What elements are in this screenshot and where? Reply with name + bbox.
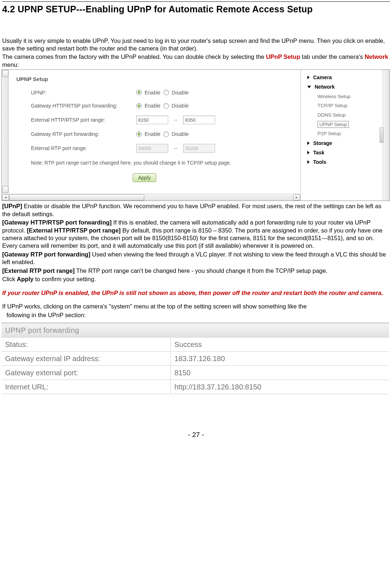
section-title: 4.2 UPNP SETUP---Enabling UPnP for Autom… [2, 3, 390, 15]
input-ext-rtp-to [183, 144, 215, 153]
tag-extrtp: [External RTP port range] [2, 267, 75, 274]
radio-gwrtp-disable[interactable] [163, 132, 169, 137]
radio-label-disable: Disable [172, 89, 189, 96]
upnp-setup-panel: UPNP Setup UPNP: Enable Disable Gateway … [2, 70, 301, 201]
page-number: - 27 - [2, 431, 390, 440]
tag-exthttp: [External HTTP/RTSP port range] [27, 227, 121, 234]
restart-warning: If your router UPnP is enabled, the UPnP… [2, 289, 390, 297]
status-label: Gateway external IP address: [1, 352, 171, 365]
input-ext-rtp-from [136, 144, 168, 153]
chevron-right-icon [307, 151, 310, 154]
label-gw-http: Gateway HTTP/RTSP port forwarding: [31, 102, 136, 109]
row-ext-rtp: External RTP port range: -- [31, 144, 276, 153]
status-label: Internet URL: [1, 380, 171, 394]
upnp-works-1: If UPnP works, clicking on the camera's … [2, 303, 390, 310]
nav-task-label: Task [313, 149, 324, 156]
upnp-setup-ref: UPnP Setup [266, 53, 300, 60]
intro-p2: The camera comes from the factory with t… [2, 53, 390, 69]
range-sep: -- [174, 117, 177, 123]
intro-p2b: tab under the camera's [300, 53, 364, 60]
status-value: 183.37.126.180 [171, 352, 389, 365]
input-ext-http-to[interactable] [183, 116, 215, 124]
nav-tools[interactable]: Tools [307, 157, 390, 167]
horizontal-scrollbar[interactable]: ◂ ▸ [2, 194, 300, 201]
status-value: 8150 [171, 366, 389, 380]
vertical-scrollbar[interactable] [2, 70, 9, 193]
intro-p2c: menu: [2, 61, 19, 68]
label-upnp: UPNP: [31, 89, 136, 96]
label-gw-rtp: Gateway RTP port forwarding: [31, 131, 136, 137]
intro-block: Usually it is very simple to enable UPnP… [2, 37, 390, 69]
scroll-right-button[interactable]: ▸ [293, 194, 300, 201]
input-ext-http-from[interactable] [136, 116, 168, 124]
nav-wireless[interactable]: Wireless Setup [318, 92, 390, 101]
radio-label-enable3: Enable [145, 131, 161, 137]
upnp-setup-screenshot: UPNP Setup UPNP: Enable Disable Gateway … [1, 69, 390, 201]
nav-upnp[interactable]: UPNP Setup [318, 121, 349, 128]
radio-upnp-disable[interactable] [163, 90, 169, 95]
row-upnp: UPNP: Enable Disable [31, 89, 276, 96]
nav-network[interactable]: Network [307, 82, 390, 92]
chevron-right-icon [307, 76, 310, 79]
label-ext-rtp: External RTP port range: [31, 145, 136, 151]
status-value: http://183.37.126.180:8150 [171, 380, 389, 394]
status-label: Status: [1, 337, 171, 351]
radio-label-disable2: Disable [172, 102, 189, 109]
radio-upnp-enable[interactable] [136, 90, 142, 95]
radio-label-enable2: Enable [145, 102, 161, 109]
row-gw-rtp: Gateway RTP port forwarding: Enable Disa… [31, 131, 276, 137]
apply-instr-c: to confirm your setting. [33, 276, 96, 282]
nav-camera[interactable]: Camera [307, 73, 390, 82]
radio-gwhttp-disable[interactable] [163, 103, 169, 109]
status-label: Gateway external port: [1, 366, 171, 380]
chevron-right-icon [307, 160, 310, 164]
network-menu-ref: Network [365, 53, 388, 60]
radio-label-enable: Enable [145, 89, 161, 96]
radio-gwhttp-enable[interactable] [136, 103, 142, 109]
nav-task[interactable]: Task [307, 148, 390, 157]
apply-instr-b: Apply [17, 276, 33, 282]
nav-network-label: Network [315, 84, 335, 90]
scroll-down-button[interactable] [2, 186, 8, 193]
chevron-down-icon [307, 86, 311, 88]
status-row: Internet URL: http://183.37.126.180:8150 [1, 380, 389, 394]
nav-ddns[interactable]: DDNS Setup [318, 110, 390, 120]
intro-p1: Usually it is very simple to enable UPnP… [2, 37, 390, 53]
nav-p2p[interactable]: P2P Setup [318, 129, 390, 138]
nav-storage-label: Storage [313, 140, 332, 146]
row-ext-http: External HTTP/RTSP port range: -- [31, 116, 276, 124]
apply-instr-a: Click [2, 276, 17, 282]
apply-button[interactable]: Apply [133, 173, 156, 182]
tag-gwrtp: [Gateway RTP port forwarding] [2, 251, 90, 258]
scroll-up-button[interactable] [2, 70, 8, 77]
row-gw-http: Gateway HTTP/RTSP port forwarding: Enabl… [31, 102, 276, 109]
nav-tools-label: Tools [313, 159, 326, 165]
explanations: [UPnP] Enable or disable the UPnP functi… [2, 202, 390, 319]
scroll-left-button[interactable]: ◂ [2, 194, 9, 201]
status-row: Status: Success [1, 337, 389, 352]
rtp-note: Note: RTP port range can't be changed he… [31, 159, 263, 167]
radio-gwrtp-enable[interactable] [136, 132, 142, 137]
status-value: Success [171, 337, 389, 351]
tag-gwhttp: [Gateway HTTP/RTSP port forwarding] [2, 219, 112, 226]
panel-title: UPNP Setup [16, 76, 276, 83]
label-ext-http: External HTTP/RTSP port range: [31, 117, 136, 123]
intro-p2a: The camera comes from the factory with t… [2, 53, 266, 60]
range-sep2: -- [174, 145, 177, 151]
upnp-status-table: UPNP port forwarding Status: Success Gat… [1, 323, 389, 394]
status-row: Gateway external IP address: 183.37.126.… [1, 352, 389, 366]
nav-storage[interactable]: Storage [307, 138, 390, 148]
status-table-header: UPNP port forwarding [1, 323, 389, 337]
chevron-right-icon [307, 141, 310, 145]
tag-upnp: [UPnP] [2, 203, 22, 209]
upnp-works-2: following in the UPnP section: [7, 311, 390, 319]
desc-extrtp: The RTP port range can't be changed here… [75, 267, 328, 274]
radio-label-disable3: Disable [172, 131, 189, 137]
desc-upnp: Enable or disable the UPnP function. We … [2, 203, 381, 217]
nav-camera-label: Camera [313, 74, 332, 81]
scroll-thumb[interactable] [9, 194, 144, 201]
status-row: Gateway external port: 8150 [1, 366, 389, 380]
nav-tcpip[interactable]: TCP/IP Setup [318, 101, 390, 110]
settings-nav: Camera Network Wireless Setup TCP/IP Set… [301, 70, 390, 167]
